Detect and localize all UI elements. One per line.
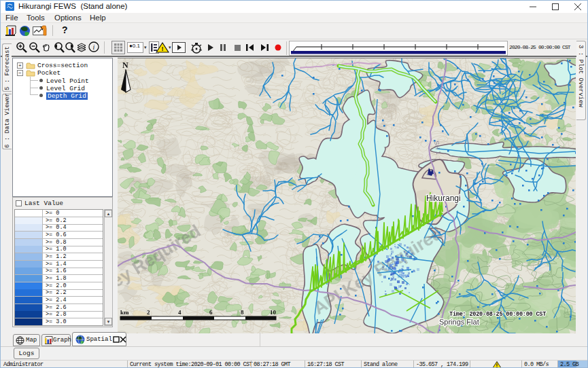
- svg-text:Springs Flat: Springs Flat: [439, 318, 479, 326]
- svg-text:10: 10: [270, 309, 277, 316]
- svg-text:2: 2: [147, 309, 150, 316]
- svg-text:km: km: [120, 309, 129, 316]
- svg-text:N: N: [122, 60, 128, 70]
- svg-text:Time: 2020-08-25 00:00:00 CST: Time: 2020-08-25 00:00:00 CST: [449, 311, 546, 318]
- svg-text:!: !: [162, 45, 164, 52]
- svg-text:6: 6: [209, 309, 213, 316]
- svg-text:i: i: [93, 43, 95, 51]
- svg-text:Hikurangi: Hikurangi: [426, 194, 461, 203]
- svg-text:8: 8: [241, 309, 244, 316]
- svg-text:4: 4: [178, 309, 181, 316]
